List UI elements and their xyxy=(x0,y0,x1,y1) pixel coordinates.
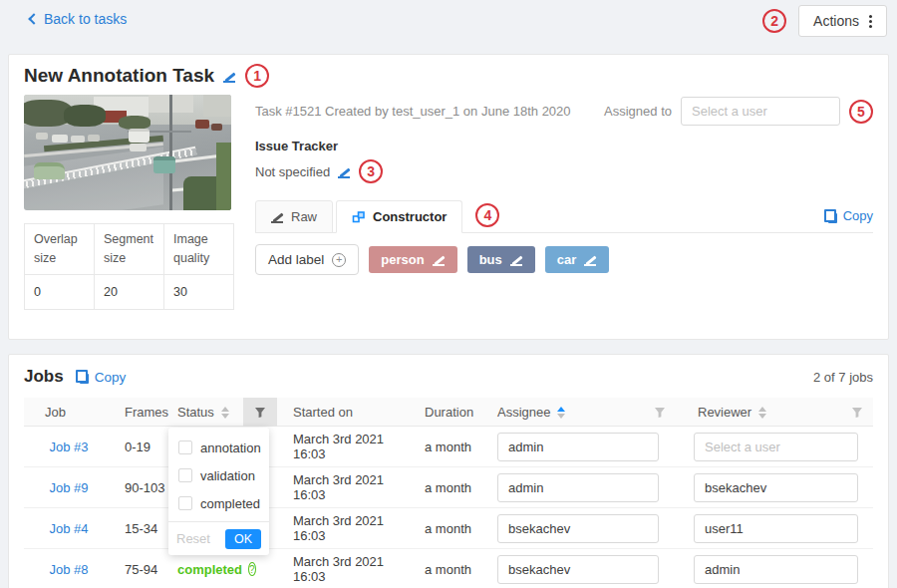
column-header-reviewer[interactable]: Reviewer xyxy=(684,398,873,427)
annotation-circle-3: 3 xyxy=(359,159,383,183)
column-header-duration: Duration xyxy=(417,398,488,427)
reviewer-filter-icon[interactable] xyxy=(851,407,863,419)
annotation-number: 5 xyxy=(857,104,865,120)
edit-label-icon[interactable] xyxy=(510,253,523,266)
param-header-quality: Image quality xyxy=(164,224,234,275)
caret-down-icon xyxy=(758,414,766,419)
task-preview-image xyxy=(24,95,231,210)
edit-task-name-icon[interactable] xyxy=(223,70,236,83)
job-link[interactable]: Job #4 xyxy=(49,521,88,536)
jobs-count: 2 of 7 jobs xyxy=(813,370,873,385)
job-link[interactable]: Job #8 xyxy=(49,562,88,577)
column-header-status[interactable]: Status xyxy=(171,398,243,427)
labels-row: Add label + person bus car xyxy=(255,244,873,275)
sort-icon-assignee[interactable] xyxy=(557,407,565,419)
edit-issue-tracker-icon[interactable] xyxy=(338,165,351,178)
sort-icon-reviewer[interactable] xyxy=(758,407,766,419)
back-label: Back to tasks xyxy=(44,11,127,27)
job-reviewer-input[interactable] xyxy=(694,433,858,461)
filter-ok-button[interactable]: OK xyxy=(225,529,261,549)
job-link[interactable]: Job #9 xyxy=(49,480,88,495)
filter-option-label: validation xyxy=(200,468,255,483)
assigned-to-group: Assigned to 5 xyxy=(604,97,873,126)
edit-label-icon[interactable] xyxy=(584,253,597,266)
assignee-filter-icon[interactable] xyxy=(654,407,666,419)
actions-label: Actions xyxy=(813,13,859,29)
started-cell: March 3rd 2021 16:03 xyxy=(277,472,417,502)
annotation-circle-4: 4 xyxy=(475,203,499,227)
filter-reset-button[interactable]: Reset xyxy=(176,531,210,546)
label-chip-person[interactable]: person xyxy=(369,246,456,273)
add-label-text: Add label xyxy=(268,252,324,267)
jobs-table-header: Job Frames Status Started on xyxy=(24,398,873,427)
caret-up-icon xyxy=(557,407,565,412)
filter-option-completed[interactable]: completed xyxy=(168,489,269,517)
copy-jobs-link[interactable]: Copy xyxy=(76,370,127,385)
filter-option-validation[interactable]: validation xyxy=(168,461,269,489)
filter-option-annotation[interactable]: annotation xyxy=(168,434,269,461)
copy-label: Copy xyxy=(95,370,127,385)
param-header-overlap: Overlap size xyxy=(25,224,95,275)
job-assignee-input[interactable] xyxy=(497,555,659,584)
filter-footer: Reset OK xyxy=(168,521,269,555)
jobs-header: Jobs Copy 2 of 7 jobs xyxy=(24,367,873,387)
frames-cell: 15-34 xyxy=(114,521,171,536)
duration-cell: a month xyxy=(417,480,488,495)
caret-down-icon xyxy=(221,414,229,419)
pencil-icon xyxy=(271,210,284,223)
job-row: Job #4 15-34 March 3rd 2021 16:03 a mont… xyxy=(24,508,873,549)
caret-up-icon xyxy=(758,407,766,412)
caret-down-icon xyxy=(557,414,565,419)
actions-button[interactable]: Actions xyxy=(798,5,887,37)
jobs-title: Jobs xyxy=(24,367,64,387)
job-assignee-input[interactable] xyxy=(497,473,659,502)
tab-raw-label: Raw xyxy=(291,209,317,224)
column-header-assignee[interactable]: Assignee xyxy=(488,398,684,427)
job-reviewer-input[interactable] xyxy=(694,473,858,502)
job-reviewer-input[interactable] xyxy=(694,555,858,584)
job-row: Job #8 75-94 completed ? March 3rd 2021 … xyxy=(24,549,873,588)
task-details-page: { "topbar": { "back_label": "Back to tas… xyxy=(0,0,897,588)
label-name: bus xyxy=(479,252,502,267)
task-meta: Task #1521 Created by test_user_1 on Jun… xyxy=(255,104,571,119)
question-circle-icon[interactable]: ? xyxy=(248,562,256,576)
more-vertical-icon xyxy=(869,20,872,23)
annotation-circle-1: 1 xyxy=(245,64,269,88)
topbar-right: 2 Actions xyxy=(762,5,887,37)
jobs-table-body: Job #3 0-19 March 3rd 2021 16:03 a month… xyxy=(24,427,873,588)
tab-raw[interactable]: Raw xyxy=(255,200,333,233)
edit-label-icon[interactable] xyxy=(433,253,446,266)
checkbox-icon[interactable] xyxy=(178,496,192,510)
column-header-job: Job xyxy=(24,398,114,427)
param-value-segment: 20 xyxy=(95,274,164,309)
task-assignee-input[interactable] xyxy=(681,97,840,126)
sort-icon-status[interactable] xyxy=(221,407,229,419)
status-cell: completed ? xyxy=(171,562,243,577)
status-filter-trigger[interactable] xyxy=(243,398,277,427)
task-details-card: New Annotation Task 1 xyxy=(8,54,889,340)
job-assignee-input[interactable] xyxy=(497,433,659,461)
checkbox-icon[interactable] xyxy=(178,441,192,454)
checkbox-icon[interactable] xyxy=(178,468,192,482)
task-params-table: Overlap size Segment size Image quality … xyxy=(24,223,234,310)
copy-labels-link[interactable]: Copy xyxy=(824,208,873,223)
job-reviewer-input[interactable] xyxy=(694,514,858,543)
duration-cell: a month xyxy=(417,521,488,536)
issue-tracker-value: Not specified xyxy=(255,164,330,179)
topbar: Back to tasks 2 Actions xyxy=(0,0,897,42)
copy-icon xyxy=(76,370,89,384)
label-chip-car[interactable]: car xyxy=(545,246,610,273)
annotation-number: 1 xyxy=(253,68,261,84)
status-completed-label: completed xyxy=(177,562,242,577)
annotation-number: 4 xyxy=(484,207,492,223)
add-label-button[interactable]: Add label + xyxy=(255,244,359,275)
task-meta-row: Task #1521 Created by test_user_1 on Jun… xyxy=(255,97,873,126)
back-to-tasks-link[interactable]: Back to tasks xyxy=(30,11,127,27)
duration-cell: a month xyxy=(417,440,488,454)
job-link[interactable]: Job #3 xyxy=(49,440,88,454)
tab-constructor[interactable]: Constructor xyxy=(336,200,462,233)
status-filter-dropdown: annotation validation completed Reset OK xyxy=(168,428,269,555)
job-assignee-input[interactable] xyxy=(497,514,659,543)
issue-tracker-row: Not specified 3 xyxy=(255,159,873,183)
label-chip-bus[interactable]: bus xyxy=(467,246,535,273)
